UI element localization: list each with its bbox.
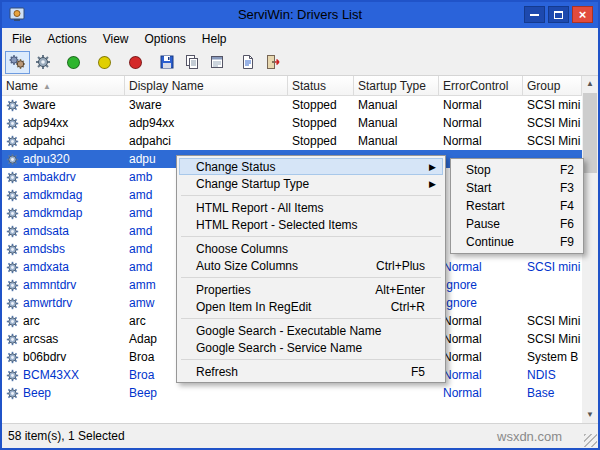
cell-name: amwrtdrv	[2, 294, 125, 312]
column-header-errorcontrol[interactable]: ErrorControl	[439, 76, 523, 96]
table-row[interactable]: adp94xx adp94xx Stopped Manual Normal SC…	[2, 114, 582, 132]
window-controls: ×	[524, 6, 593, 23]
cell-startup-type: Manual	[354, 114, 439, 132]
menu-item-label: Change Startup Type	[196, 177, 407, 191]
cell-display-name: 3ware	[125, 96, 288, 114]
driver-name: ambakdrv	[23, 170, 76, 184]
column-header-group[interactable]: Group	[523, 76, 582, 96]
cell-status: Stopped	[288, 96, 354, 114]
menu-item-label: Start	[466, 181, 542, 195]
table-row[interactable]: adpahci adpahci Stopped Manual Normal SC…	[2, 132, 582, 150]
submenu-item[interactable]: Pause F6	[453, 215, 581, 233]
html-report-button[interactable]	[235, 51, 260, 74]
menu-separator	[181, 359, 441, 360]
html-report-icon	[240, 54, 256, 70]
column-header-startup-type[interactable]: Startup Type	[354, 76, 439, 96]
column-label: ErrorControl	[443, 79, 508, 93]
context-menu-item[interactable]: HTML Report - All Items	[179, 199, 443, 216]
cell-name: BCM43XX	[2, 366, 125, 384]
cell-display-name: Beep	[125, 384, 288, 402]
cell-group: NDIS	[523, 366, 582, 384]
driver-icon	[6, 297, 19, 310]
context-menu-item[interactable]: Open Item In RegEdit Ctrl+R	[179, 298, 443, 315]
cell-status: Stopped	[288, 132, 354, 150]
cell-errorcontrol: Ignore	[439, 294, 523, 312]
cell-name: amdsata	[2, 222, 125, 240]
gear-icon	[35, 54, 51, 70]
menubar-item[interactable]: Options	[137, 29, 194, 49]
driver-name: amdxata	[23, 260, 69, 274]
menubar-item[interactable]: Actions	[39, 29, 94, 49]
stop-driver-button[interactable]	[123, 51, 148, 74]
sort-ascending-icon: ▲	[43, 82, 51, 91]
cell-group: System B	[523, 348, 582, 366]
context-menu-item[interactable]: Choose Columns	[179, 240, 443, 257]
submenu-item[interactable]: Continue F9	[453, 233, 581, 251]
context-menu-item[interactable]: Change Startup Type ▶	[179, 175, 443, 192]
driver-icon	[6, 225, 19, 238]
vertical-scrollbar[interactable]: ▲ ▼	[582, 76, 598, 423]
cell-name: amdkmdap	[2, 204, 125, 222]
menu-item-label: Pause	[466, 217, 542, 231]
status-text: 58 item(s), 1 Selected	[8, 429, 125, 443]
list-header: Name ▲ Display Name Status Startup Type …	[2, 76, 582, 96]
exit-icon	[265, 54, 281, 70]
app-window: ServiWin: Drivers List × File Actions Vi…	[0, 0, 600, 450]
menubar-item[interactable]: File	[4, 29, 39, 49]
maximize-button[interactable]	[548, 6, 569, 23]
watermark: wsxdn.com	[497, 429, 562, 444]
context-menu-item[interactable]: Change Status ▶	[179, 158, 443, 175]
cell-startup-type	[354, 384, 439, 402]
context-menu-item[interactable]: Google Search - Service Name	[179, 339, 443, 356]
resize-grip[interactable]	[584, 434, 597, 447]
scrollbar-thumb[interactable]	[583, 93, 597, 173]
menu-item-label: Properties	[196, 283, 357, 297]
menu-item-shortcut: Ctrl+R	[391, 300, 425, 314]
menu-item-label: Google Search - Executable Name	[196, 324, 407, 338]
pause-driver-button[interactable]	[92, 51, 117, 74]
submenu-item[interactable]: Stop F2	[453, 161, 581, 179]
cell-group: Base	[523, 384, 582, 402]
cell-name: ambakdrv	[2, 168, 125, 186]
exit-button[interactable]	[260, 51, 285, 74]
drivers-view-button[interactable]	[5, 51, 30, 74]
submenu-item[interactable]: Start F3	[453, 179, 581, 197]
menu-item-shortcut: F6	[560, 217, 574, 231]
driver-name: ammntdrv	[23, 278, 76, 292]
context-menu-item[interactable]: HTML Report - Selected Items	[179, 216, 443, 233]
close-button[interactable]: ×	[572, 6, 593, 23]
context-menu-item[interactable]: Properties Alt+Enter	[179, 281, 443, 298]
change-status-submenu: Stop F2 Start F3 Restart F4 Pause F6 Con…	[450, 158, 584, 254]
context-menu-item[interactable]: Auto Size Columns Ctrl+Plus	[179, 257, 443, 274]
menubar-item[interactable]: Help	[194, 29, 235, 49]
start-driver-button[interactable]	[61, 51, 86, 74]
menu-item-label: Open Item In RegEdit	[196, 300, 373, 314]
save-selected-button[interactable]	[154, 51, 179, 74]
column-header-status[interactable]: Status	[288, 76, 354, 96]
column-header-display-name[interactable]: Display Name	[125, 76, 288, 96]
menubar-item[interactable]: View	[95, 29, 137, 49]
copy-selected-button[interactable]	[179, 51, 204, 74]
cell-group: SCSI mini	[523, 96, 582, 114]
table-row[interactable]: 3ware 3ware Stopped Manual Normal SCSI m…	[2, 96, 582, 114]
context-menu-item[interactable]: Google Search - Executable Name	[179, 322, 443, 339]
driver-icon	[6, 117, 19, 130]
column-header-name[interactable]: Name ▲	[2, 76, 125, 96]
column-label: Status	[292, 79, 326, 93]
scroll-down-button[interactable]: ▼	[582, 407, 598, 423]
driver-icon	[6, 171, 19, 184]
two-gears-icon	[9, 54, 26, 70]
close-icon: ×	[579, 8, 587, 21]
menu-item-shortcut: F4	[560, 199, 574, 213]
window-title: ServiWin: Drivers List	[2, 2, 598, 28]
cell-errorcontrol: Ignore	[439, 276, 523, 294]
submenu-item[interactable]: Restart F4	[453, 197, 581, 215]
minimize-button[interactable]	[524, 6, 545, 23]
cell-name: adp94xx	[2, 114, 125, 132]
table-row[interactable]: Beep Beep Normal Base	[2, 384, 582, 402]
context-menu-item[interactable]: Refresh F5	[179, 363, 443, 380]
scroll-up-button[interactable]: ▲	[582, 76, 598, 92]
properties-button[interactable]	[204, 51, 229, 74]
menu-item-shortcut: F9	[560, 235, 574, 249]
services-view-button[interactable]	[30, 51, 55, 74]
